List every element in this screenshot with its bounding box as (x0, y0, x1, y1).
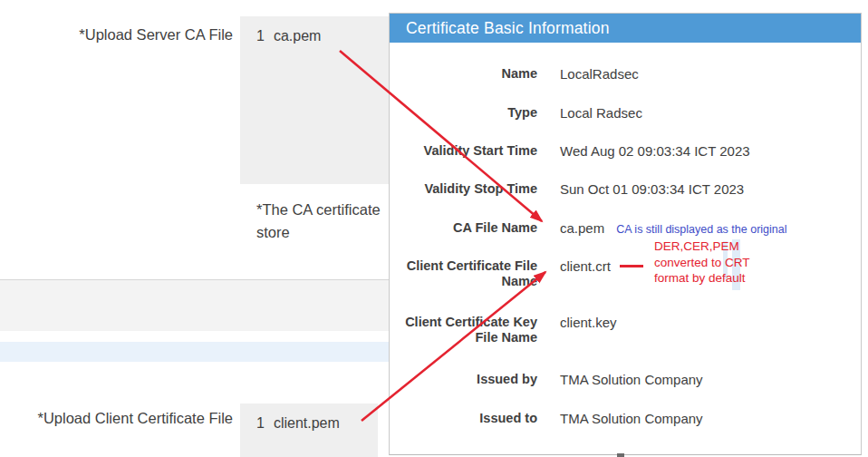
upload-client-cert-filebox[interactable]: 1 client.pem (240, 404, 378, 457)
upload-server-ca-label: *Upload Server CA File (0, 26, 233, 44)
field-value-validity-start: Wed Aug 02 09:03:34 ICT 2023 (560, 143, 750, 159)
client-cert-file-count: 1 (256, 415, 265, 432)
ca-file-name-value: ca.pem (560, 220, 604, 236)
panel-header: Certificate Basic Information (390, 14, 861, 43)
server-ca-file-count: 1 (256, 28, 265, 44)
field-value-type: Local Radsec (560, 105, 642, 121)
field-label-type: Type (390, 105, 537, 121)
annotation-dash (620, 265, 643, 267)
upload-server-ca-filebox[interactable]: 1 ca.pem (240, 16, 389, 184)
panel-title: Certificate Basic Information (406, 19, 610, 38)
field-value-issued-to: TMA Solution Company (560, 411, 703, 426)
field-label-client-cert-file: Client Certificate File Name (390, 258, 537, 289)
upload-client-cert-label: *Upload Client Certificate File (0, 410, 233, 427)
field-label-client-cert-key: Client Certificate Key File Name (390, 315, 537, 345)
field-label-name: Name (390, 66, 537, 82)
crt-conversion-note: DER,CER,PEM converted to CRT format by d… (654, 238, 750, 287)
certificate-basic-information-panel: Certificate Basic Information Name Local… (389, 13, 862, 455)
field-label-issued-by: Issued by (390, 372, 537, 387)
field-label-validity-start: Validity Start Time (390, 143, 537, 159)
field-label-validity-stop: Validity Stop Time (390, 181, 537, 197)
field-label-issued-to: Issued to (390, 411, 537, 426)
panel-resize-handle[interactable] (617, 453, 624, 457)
client-cert-file-name: client.pem (274, 415, 340, 432)
server-ca-file-name: ca.pem (274, 28, 321, 44)
field-value-client-cert-file: client.crt (560, 258, 643, 274)
ca-certificate-store-note: *The CA certificate store (256, 199, 389, 255)
form-section-divider-blue (0, 342, 389, 362)
field-value-name: LocalRadsec (560, 66, 639, 82)
field-value-validity-stop: Sun Oct 01 09:03:34 ICT 2023 (560, 181, 744, 197)
field-label-ca-file-name: CA File Name (390, 220, 537, 236)
client-cert-file-value: client.crt (560, 258, 611, 274)
form-section-divider-gray (0, 279, 389, 331)
field-value-issued-by: TMA Solution Company (560, 372, 703, 387)
ca-displayed-original-note: CA is still displayed as the original (616, 223, 786, 236)
field-value-ca-file-name: ca.pemCA is still displayed as the origi… (560, 220, 787, 238)
field-value-client-cert-key: client.key (560, 315, 617, 330)
